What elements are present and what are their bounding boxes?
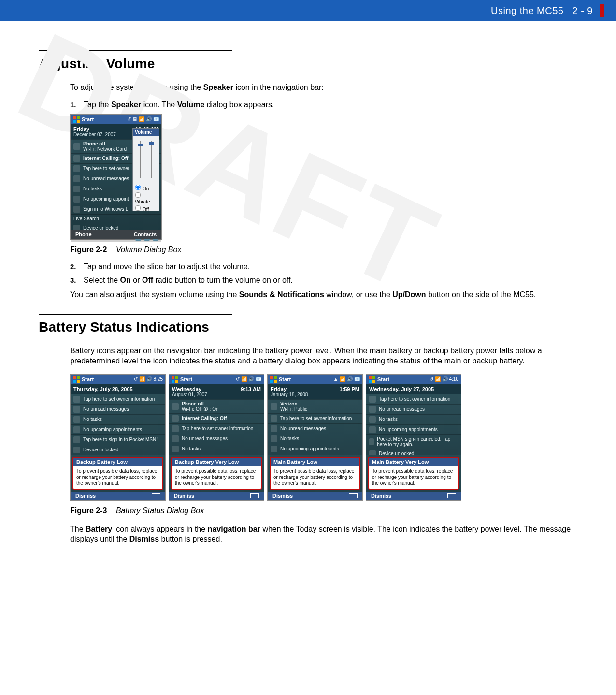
page-content: DRAFT Adjusting Volume To adjust the sys…	[0, 21, 616, 572]
svg-rect-11	[175, 380, 178, 383]
volume-radio-on[interactable]: On	[135, 184, 157, 191]
svg-rect-14	[270, 380, 273, 383]
battery-alert-1: Backup Battery Very Low To prevent possi…	[171, 457, 262, 490]
step-2: 2.Tap and move the slide bar to adjust t…	[70, 262, 577, 271]
battery-shot-0: Start↺📶🔊8:25 Thursday, July 28, 2005 Tap…	[70, 374, 166, 501]
dismiss-button[interactable]: Dismiss	[272, 493, 293, 499]
phone-icon	[73, 143, 80, 150]
header-marker	[600, 4, 604, 17]
battery-shot-3: Start↺📶🔊4:10 Wednesday, July 27, 2005 Ta…	[366, 374, 461, 501]
battery-alert-3: Main Battery Very Low To prevent possibl…	[368, 457, 459, 490]
volume-popup-title: Volume	[133, 129, 159, 136]
system-volume-slider[interactable]	[138, 139, 143, 180]
section1-steps-cont: 2.Tap and move the slide bar to adjust t…	[70, 262, 577, 285]
battery-alert-0: Backup Battery Low To prevent possible d…	[72, 457, 163, 490]
figure-2-3-screenshots: Start↺📶🔊8:25 Thursday, July 28, 2005 Tap…	[70, 374, 577, 501]
dismiss-button[interactable]: Dismiss	[174, 493, 194, 499]
heading-adjusting-volume: Adjusting Volume	[39, 56, 577, 72]
section1-closing: You can also adjust the system volume us…	[70, 290, 577, 300]
svg-rect-7	[77, 380, 80, 383]
shot1-start-label: Start	[82, 116, 94, 122]
keyboard-icon[interactable]	[250, 493, 259, 498]
svg-rect-16	[369, 376, 372, 379]
dismiss-button[interactable]: Dismiss	[371, 493, 391, 499]
svg-rect-1	[77, 116, 80, 119]
windows-start-icon	[369, 376, 375, 383]
header-chapter: Using the MC55	[491, 5, 563, 16]
volume-radio-off[interactable]: Off	[135, 205, 157, 212]
windows-start-icon	[73, 376, 80, 383]
svg-rect-3	[77, 120, 80, 123]
step-3: 3. Select the On or Off radio button to …	[70, 276, 577, 285]
calendar-icon	[73, 196, 80, 203]
section2-closing: The Battery icon always appears in the n…	[70, 524, 577, 545]
owner-icon	[73, 165, 80, 172]
svg-rect-2	[73, 120, 76, 123]
section2-para1: Battery icons appear on the navigation b…	[70, 346, 577, 366]
battery-shot-2: Start▲📶🔊📧 FridayJanuary 18, 20081:59 PM …	[267, 374, 363, 501]
dismiss-button[interactable]: Dismiss	[75, 493, 96, 499]
figure-2-2-screenshot: Start ↺🖥📶🔊📧 Friday December 07, 2007 10:…	[70, 114, 162, 240]
shot1-softkey-right: Contacts	[134, 232, 157, 237]
section-rule	[39, 50, 232, 51]
step-1: 1. Tap the Speaker icon. The Volume dial…	[70, 101, 577, 109]
svg-rect-13	[274, 376, 277, 379]
svg-rect-19	[372, 380, 375, 383]
header-page: 2 - 9	[572, 5, 593, 16]
keyboard-icon[interactable]	[447, 493, 456, 498]
shot1-date: December 07, 2007	[73, 132, 116, 137]
volume-popup: Volume On Vibrate Off	[132, 128, 159, 211]
shot1-day: Friday	[73, 126, 116, 132]
shot1-row-search: Live Search	[71, 214, 161, 223]
section-rule-2	[39, 314, 232, 315]
svg-rect-15	[274, 380, 277, 383]
figure-2-2-caption: Figure 2-2 Volume Dialog Box	[70, 245, 577, 255]
page-header: Using the MC55 2 - 9	[0, 0, 616, 21]
svg-rect-9	[175, 376, 178, 379]
svg-rect-10	[172, 380, 174, 383]
shot1-softkeys: Phone Contacts	[71, 230, 161, 239]
windows-start-icon	[73, 116, 80, 123]
section2-body: Battery icons appear on the navigation b…	[70, 346, 577, 545]
keyboard-icon[interactable]	[349, 493, 358, 498]
svg-rect-5	[77, 376, 80, 379]
heading-battery-status: Battery Status Indications	[39, 319, 577, 335]
shot1-status-icons: ↺🖥📶🔊📧	[127, 116, 159, 122]
windows-start-icon	[172, 376, 178, 383]
keyboard-icon[interactable]	[152, 493, 160, 498]
svg-rect-8	[172, 376, 174, 379]
phone-call-icon	[73, 155, 80, 162]
svg-rect-0	[73, 116, 76, 119]
volume-radio-vibrate[interactable]: Vibrate	[135, 192, 157, 204]
svg-rect-6	[73, 380, 76, 383]
section1-steps: 1. Tap the Speaker icon. The Volume dial…	[70, 101, 577, 109]
section1-body: To adjust the system volume using the Sp…	[70, 82, 577, 300]
figure-2-3-caption: Figure 2-3 Battery Status Dialog Box	[70, 506, 577, 516]
section1-intro: To adjust the system volume using the Sp…	[70, 82, 577, 93]
battery-shot-1: Start↺📶🔊📧 WednesdayAugust 01, 20079:13 A…	[169, 374, 264, 501]
windows-start-icon	[270, 376, 277, 383]
ringer-volume-slider[interactable]	[149, 139, 155, 180]
svg-rect-12	[270, 376, 273, 379]
msn-icon	[73, 206, 80, 213]
battery-alert-2: Main Battery Low To prevent possible dat…	[270, 457, 360, 490]
mail-icon	[73, 175, 80, 182]
svg-rect-4	[73, 376, 76, 379]
tasks-icon	[73, 186, 80, 192]
svg-rect-17	[372, 376, 375, 379]
shot1-titlebar: Start ↺🖥📶🔊📧	[71, 115, 161, 124]
svg-rect-18	[369, 380, 372, 383]
shot1-softkey-left: Phone	[75, 232, 92, 237]
